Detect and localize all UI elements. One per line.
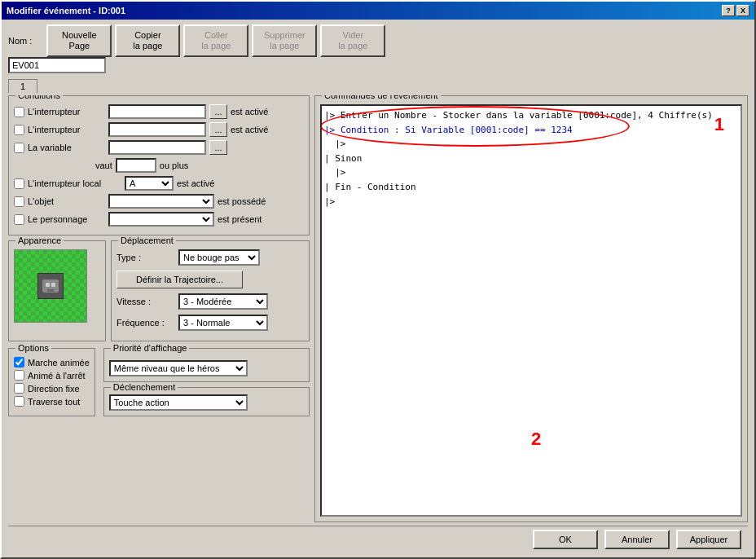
- options-group: Options Marche animée Animé à l'arrêt Di…: [8, 348, 95, 416]
- opt-marche-label: Marche animée: [28, 358, 90, 368]
- condition-row-4: L'interrupteur local ABC est activé: [14, 176, 304, 191]
- condition-row-3: La variable ...: [14, 140, 304, 155]
- opt-marche-checkbox[interactable]: [14, 357, 24, 368]
- priorite-select[interactable]: Même niveau que le héros En dessous du h…: [109, 360, 248, 376]
- vaut-input[interactable]: [116, 158, 156, 173]
- vider-page-button[interactable]: Viderla page: [320, 24, 385, 57]
- conditions-title: Conditions: [15, 95, 63, 100]
- left-panel: Conditions L'interrupteur ... est activé…: [8, 95, 310, 522]
- cmd-line-5: |>: [324, 165, 738, 180]
- frequence-select[interactable]: 3 - Normale: [178, 315, 268, 331]
- trajectoire-row: Définir la Trajectoire...: [116, 271, 304, 288]
- condition-3-checkbox[interactable]: [14, 143, 24, 153]
- condition-row-2: L'interrupteur ... est activé: [14, 122, 304, 137]
- supprimer-page-button[interactable]: Supprimerla page: [252, 24, 317, 57]
- condition-1-dots-button[interactable]: ...: [209, 104, 227, 119]
- vaut-label: vaut: [95, 161, 112, 170]
- condition-1-input[interactable]: [108, 104, 206, 119]
- sprite-icon: [39, 275, 62, 297]
- condition-6-select[interactable]: [108, 212, 214, 227]
- condition-5-checkbox[interactable]: [14, 196, 24, 207]
- opt-arret-checkbox[interactable]: [14, 370, 24, 381]
- opt-direction-checkbox[interactable]: [14, 383, 24, 394]
- condition-4-checkbox[interactable]: [14, 178, 24, 189]
- frequence-label: Fréquence :: [116, 318, 174, 328]
- condition-5-select[interactable]: [108, 194, 214, 209]
- deplacement-group: Déplacement Type : Ne bouge pas Aléatoir…: [111, 240, 310, 341]
- title-bar-buttons: ? X: [722, 5, 749, 16]
- condition-6-label: Le personnage: [28, 214, 105, 224]
- condition-5-label: L'objet: [28, 196, 105, 206]
- help-button[interactable]: ?: [722, 5, 735, 16]
- condition-1-checkbox[interactable]: [14, 107, 24, 117]
- appliquer-button[interactable]: Appliquer: [676, 530, 741, 549]
- opt-traverse: Traverse tout: [14, 396, 90, 407]
- declenchement-title: Déclenchement: [111, 382, 178, 392]
- cmd-line-3: |>: [324, 137, 738, 152]
- ou-plus-label: ou plus: [160, 161, 188, 170]
- cmd-line-1: |> Entrer un Nombre - Stocker dans la va…: [324, 108, 738, 123]
- declenchement-select[interactable]: Touche action Contact du héros Contact d…: [109, 394, 248, 411]
- condition-5-status: est possédé: [218, 196, 266, 206]
- close-button[interactable]: X: [736, 5, 749, 16]
- coller-page-button[interactable]: Collerla page: [183, 24, 248, 57]
- sprite-box[interactable]: [14, 249, 87, 323]
- condition-6-checkbox[interactable]: [14, 214, 24, 225]
- main-content: Conditions L'interrupteur ... est activé…: [8, 95, 748, 522]
- ok-button[interactable]: OK: [533, 530, 598, 549]
- condition-1-label: L'interrupteur: [28, 107, 105, 117]
- cmd-line-7: |>: [324, 195, 738, 209]
- opt-direction: Direction fixe: [14, 383, 90, 394]
- condition-2-status: est activé: [231, 125, 268, 134]
- cmd-line-2: |> Condition : Si Variable [0001:code] =…: [324, 123, 738, 138]
- condition-2-input[interactable]: [108, 122, 206, 137]
- opt-traverse-checkbox[interactable]: [14, 396, 24, 407]
- vitesse-row: Vitesse : 3 - Modérée: [116, 293, 304, 310]
- condition-2-checkbox[interactable]: [14, 125, 24, 135]
- top-row: Nom : NouvellePage Copierla page Collerl…: [8, 24, 748, 57]
- commandes-content[interactable]: |> Entrer un Nombre - Stocker dans la va…: [320, 104, 742, 517]
- priorite-group: Priorité d'affichage Même niveau que le …: [103, 348, 310, 382]
- name-input[interactable]: [8, 57, 106, 73]
- condition-3-dots-button[interactable]: ...: [209, 140, 227, 155]
- cmd-line-6: | Fin - Condition: [324, 180, 738, 195]
- window-body: Nom : NouvellePage Copierla page Collerl…: [2, 20, 754, 557]
- svg-rect-2: [51, 283, 55, 287]
- trajectoire-button[interactable]: Définir la Trajectoire...: [116, 271, 243, 288]
- toolbar: NouvellePage Copierla page Collerla page…: [46, 24, 385, 57]
- condition-4-select[interactable]: ABC: [125, 176, 174, 191]
- tab-1[interactable]: 1: [8, 79, 37, 93]
- sprite-inner: [37, 273, 64, 299]
- bottom-left: Apparence: [8, 240, 310, 341]
- annuler-button[interactable]: Annuler: [604, 530, 670, 549]
- condition-3-label: La variable: [28, 143, 105, 152]
- annotation-1: 1: [714, 114, 724, 135]
- condition-row-1: L'interrupteur ... est activé: [14, 104, 304, 119]
- vitesse-select[interactable]: 3 - Modérée: [178, 293, 268, 310]
- vitesse-label: Vitesse :: [116, 297, 174, 306]
- title-bar: Modifier événement - ID:001 ? X: [2, 2, 754, 20]
- type-select[interactable]: Ne bouge pas Aléatoire Vers le héros: [178, 249, 260, 266]
- declenchement-group: Déclenchement Touche action Contact du h…: [103, 387, 310, 416]
- condition-1-status: est activé: [231, 107, 268, 117]
- commandes-group: Commandes de l'événement |> Entrer un No…: [314, 95, 748, 522]
- opt-marche: Marche animée: [14, 357, 90, 368]
- type-row: Type : Ne bouge pas Aléatoire Vers le hé…: [116, 249, 304, 266]
- tabs-row: 1: [8, 78, 748, 92]
- window-title: Modifier événement - ID:001: [7, 6, 125, 15]
- nouvelle-page-button[interactable]: NouvellePage: [46, 24, 112, 57]
- opt-arret-label: Animé à l'arrêt: [28, 371, 86, 381]
- svg-rect-3: [47, 289, 54, 292]
- apparence-title: Apparence: [15, 235, 64, 245]
- priorite-title: Priorité d'affichage: [111, 343, 190, 353]
- apparence-group: Apparence: [8, 240, 106, 341]
- copier-page-button[interactable]: Copierla page: [115, 24, 180, 57]
- options-row: Options Marche animée Animé à l'arrêt Di…: [8, 348, 310, 416]
- condition-3-input[interactable]: [108, 140, 206, 155]
- condition-2-label: L'interrupteur: [28, 125, 105, 134]
- deplacement-title: Déplacement: [118, 235, 176, 245]
- name-field-group: Nom :: [8, 36, 32, 46]
- conditions-group: Conditions L'interrupteur ... est activé…: [8, 95, 310, 235]
- condition-2-dots-button[interactable]: ...: [209, 122, 227, 137]
- annotation-2: 2: [531, 429, 541, 450]
